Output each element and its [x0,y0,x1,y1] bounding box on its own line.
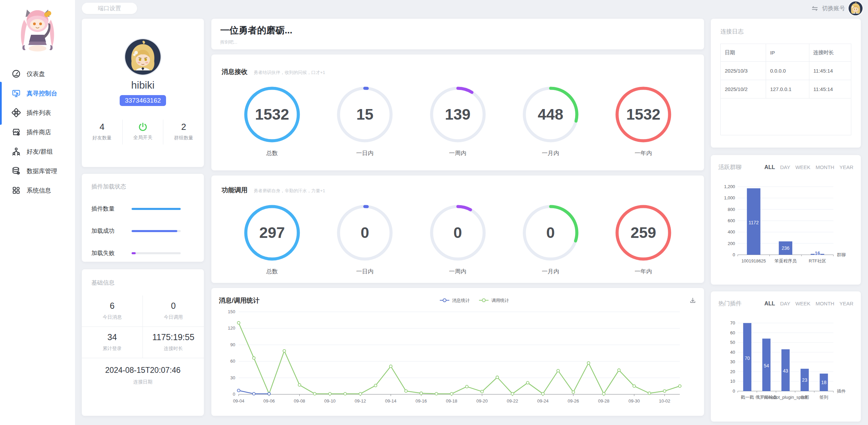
connection-log-title: 连接日志 [720,28,851,35]
plugin-status-row: 插件数量 [91,205,194,213]
progress-fill [132,208,181,210]
gauge-一月内: 0一月内 [521,203,580,275]
svg-text:0: 0 [233,392,235,397]
gauge-一年内: 259一年内 [614,203,673,275]
download-icon[interactable] [689,297,697,304]
profile-card: hibiki 3373463162 4好友数量全局开关2群组数量 [82,19,204,167]
svg-text:236: 236 [782,246,790,251]
sidebar-item-console[interactable]: 真寻控制台 [0,84,75,103]
svg-text:09-28: 09-28 [598,398,609,404]
tab-month[interactable]: MONTH [815,301,834,307]
tab-month[interactable]: MONTH [815,164,834,170]
svg-text:16: 16 [815,251,820,256]
cell-value: 34 [82,332,143,342]
message-gauges: 1532总数15一日内139一周内448一月内1532一年内 [222,85,694,157]
gauge-value: 297 [243,203,301,262]
connection-log-card: 连接日志 日期IP连接时长 2025/10/30.0.0.011:45:1420… [711,19,861,148]
line-chart: 030609012015009-0409-0609-0809-1009-1209… [219,306,696,412]
table-cell: 2025/10/3 [721,62,766,80]
legend-item-调用统计[interactable]: 调用统计 [479,298,509,304]
topbar-avatar[interactable] [849,1,863,15]
sidebar-active-indicator [0,82,2,125]
sidebar-nav: 仪表盘真寻控制台插件列表插件商店好友/群组数据库管理系统信息 [0,64,75,200]
table-empty-row [721,98,851,135]
svg-text:600: 600 [728,218,735,223]
tab-year[interactable]: YEAR [839,164,853,170]
gauge-一日内: 15一日内 [335,85,394,157]
svg-text:0: 0 [733,252,735,257]
switch-account-button[interactable]: 切换账号 [811,1,863,15]
power-icon[interactable] [138,122,148,132]
svg-text:戳一戳: 戳一戳 [741,395,754,400]
legend-item-消息统计[interactable]: 消息统计 [439,298,470,304]
port-settings-button[interactable]: 端口设置 [82,3,137,14]
svg-text:400: 400 [728,229,735,234]
progress-track [132,208,181,210]
connect-date-value: 2024-08-15T20:07:46 [82,366,204,375]
svg-text:200: 200 [728,241,735,246]
active-groups-card: 活跃群聊 ALLDAYWEEKMONTHYEAR 02004006008001,… [711,155,861,285]
sidebar-item-database[interactable]: 数据库管理 [0,161,75,181]
hero-title: 一位勇者的磨砺... [220,24,695,36]
message-received-card: 消息接收 勇者结识伙伴，收到的问候，口才+1 1532总数15一日内139一周内… [211,55,704,170]
stat-label: 好友数量 [82,135,122,141]
tab-year[interactable]: YEAR [839,301,853,307]
legend-marker-icon [439,298,450,304]
progress-fill [132,252,136,254]
tab-all[interactable]: ALL [764,164,775,170]
gauge-ring: 1532 [614,85,673,144]
cell-label: 今日消息 [82,314,143,320]
gauge-一周内: 139一周内 [429,85,487,157]
database-icon [12,166,21,176]
svg-text:09-26: 09-26 [568,398,579,404]
gauge-value: 1532 [243,85,301,144]
svg-text:09-04: 09-04 [233,398,244,404]
sidebar-item-label: 好友/群组 [27,148,53,156]
message-section-title: 消息接收 [222,67,248,76]
svg-text:70: 70 [730,320,735,325]
gauge-一年内: 1532一年内 [614,85,673,157]
gauge-一周内: 0一周内 [429,203,487,275]
tab-week[interactable]: WEEK [795,301,810,307]
svg-text:1,200: 1,200 [724,184,735,189]
svg-text:插件: 插件 [837,389,846,394]
svg-text:60: 60 [730,330,735,335]
sidebar-item-plugins[interactable]: 插件列表 [0,103,75,122]
sidebar-item-system[interactable]: 系统信息 [0,181,75,200]
basic-info-grid: 6今日消息0今日调用34累计登录1175:19:55连接时长 [82,295,204,358]
sidebar-item-label: 系统信息 [27,186,51,195]
tab-all[interactable]: ALL [764,301,775,307]
cell-value: 0 [143,301,204,311]
stat-label: 全局开关 [123,135,163,141]
message-section-note: 勇者结识伙伴，收到的问候，口才+1 [254,70,325,76]
svg-text:09-30: 09-30 [629,398,640,404]
system-icon [12,186,21,195]
progress-label: 加载失败 [91,249,132,257]
svg-text:1001918625: 1001918625 [742,258,766,263]
tab-day[interactable]: DAY [780,164,790,170]
app-root: 仪表盘真寻控制台插件列表插件商店好友/群组数据库管理系统信息 端口设置 切换账号… [0,0,868,425]
stat-value: 2 [163,122,204,132]
svg-text:0: 0 [733,389,735,394]
profile-stat-switch: 全局开关 [122,120,163,145]
sidebar-item-friends[interactable]: 好友/群组 [0,142,75,161]
stat-value: 4 [82,122,122,132]
profile-stat-群组数量: 2群组数量 [163,120,204,145]
tab-day[interactable]: DAY [780,301,790,307]
cell-label: 今日调用 [143,314,204,320]
svg-text:90: 90 [230,342,235,347]
gauge-value: 0 [429,203,487,262]
basic-info-cell: 34累计登录 [82,327,143,358]
sidebar-item-store[interactable]: 插件商店 [0,122,75,142]
gauge-label: 总数 [243,149,301,157]
cell-value: 1175:19:55 [143,332,204,342]
gauge-label: 一日内 [335,149,394,157]
gauge-label: 一年内 [614,268,673,275]
sidebar-item-gauge[interactable]: 仪表盘 [0,64,75,84]
hot-plugins-tabs: ALLDAYWEEKMONTHYEAR [764,301,853,307]
message-call-stats-card: 消息/调用统计 消息统计调用统计 030609012015009-0409-06… [211,288,704,416]
svg-text:09-24: 09-24 [537,398,549,404]
tab-week[interactable]: WEEK [795,164,810,170]
hero-card: 一位勇者的磨砺... 挥剑吧... [211,19,704,49]
sidebar-item-label: 真寻控制台 [27,89,57,97]
